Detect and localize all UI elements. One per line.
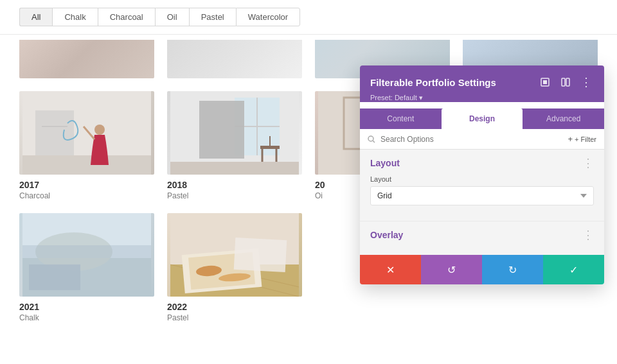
layout-section: Layout ⋮ Layout Grid Fullwidth Masonry bbox=[360, 150, 604, 221]
svg-rect-30 bbox=[22, 245, 151, 258]
panel-header-icons: ⋮ bbox=[537, 74, 594, 90]
panel-body: + Filter Layout ⋮ Layout Grid Fullwidth … bbox=[360, 129, 604, 284]
settings-panel: Filterable Portfolio Settings bbox=[360, 65, 604, 284]
filter-add-button[interactable]: + Filter bbox=[568, 134, 596, 144]
panel-resize-icon[interactable] bbox=[537, 74, 553, 90]
filter-tab-charcoal[interactable]: Charcoal bbox=[98, 8, 155, 26]
portfolio-category-6: Pastel bbox=[167, 313, 302, 322]
redo-button[interactable]: ↻ bbox=[482, 255, 543, 284]
filter-tab-chalk[interactable]: Chalk bbox=[52, 8, 97, 26]
layout-field-group: Layout Grid Fullwidth Masonry bbox=[370, 175, 594, 205]
portfolio-year-2: 2018 bbox=[167, 180, 302, 190]
overlay-section-title: Overlay bbox=[370, 230, 403, 240]
layout-section-title: Layout bbox=[370, 158, 400, 168]
svg-line-45 bbox=[373, 141, 375, 143]
partial-item-1 bbox=[19, 40, 154, 78]
portfolio-item-6[interactable]: 2022 Pastel bbox=[167, 213, 302, 322]
portfolio-item-5[interactable]: 2021 Chalk bbox=[19, 213, 154, 322]
svg-rect-41 bbox=[543, 80, 547, 84]
svg-rect-29 bbox=[29, 264, 80, 290]
save-button[interactable]: ✓ bbox=[543, 255, 604, 284]
filter-tab-watercolor[interactable]: Watercolor bbox=[236, 8, 300, 26]
portfolio-year-1: 2017 bbox=[19, 180, 154, 190]
tab-design[interactable]: Design bbox=[442, 108, 523, 129]
portfolio-category-2: Pastel bbox=[167, 191, 302, 200]
layout-section-header: Layout ⋮ bbox=[370, 157, 594, 169]
svg-rect-42 bbox=[562, 78, 565, 86]
svg-rect-15 bbox=[170, 162, 299, 175]
panel-header-top: Filterable Portfolio Settings bbox=[370, 74, 594, 90]
panel-more-icon[interactable]: ⋮ bbox=[578, 74, 594, 90]
tab-advanced[interactable]: Advanced bbox=[523, 108, 604, 129]
search-icon bbox=[368, 135, 375, 143]
svg-rect-43 bbox=[566, 78, 569, 86]
portfolio-category-5: Chalk bbox=[19, 313, 154, 322]
undo-button[interactable]: ↺ bbox=[421, 255, 482, 284]
layout-section-menu[interactable]: ⋮ bbox=[582, 157, 594, 169]
panel-split-icon[interactable] bbox=[558, 74, 573, 90]
svg-point-3 bbox=[94, 125, 105, 135]
layout-select[interactable]: Grid Fullwidth Masonry bbox=[370, 186, 594, 205]
panel-tabs: Content Design Advanced bbox=[360, 108, 604, 129]
svg-rect-2 bbox=[35, 110, 74, 155]
tab-content[interactable]: Content bbox=[360, 108, 442, 129]
filter-tab-pastel[interactable]: Pastel bbox=[189, 8, 236, 26]
overlay-section-header: Overlay ⋮ bbox=[370, 229, 594, 241]
svg-rect-1 bbox=[22, 155, 151, 175]
overlay-section: Overlay ⋮ bbox=[360, 221, 604, 255]
panel-search-bar: + Filter bbox=[360, 129, 604, 150]
portfolio-year-5: 2021 bbox=[19, 302, 154, 312]
search-options-input[interactable] bbox=[380, 135, 562, 144]
overlay-section-menu[interactable]: ⋮ bbox=[582, 229, 594, 241]
svg-rect-10 bbox=[199, 101, 244, 159]
svg-rect-39 bbox=[234, 238, 287, 272]
portfolio-year-6: 2022 bbox=[167, 302, 302, 312]
panel-title: Filterable Portfolio Settings bbox=[370, 77, 496, 88]
layout-field-label: Layout bbox=[370, 175, 594, 183]
portfolio-item-2[interactable]: 2018 Pastel bbox=[167, 91, 302, 200]
main-content: 2017 Charcoal bbox=[0, 40, 617, 335]
panel-preset: Preset: Default bbox=[370, 94, 594, 102]
svg-point-44 bbox=[368, 136, 373, 141]
cancel-button[interactable]: ✕ bbox=[360, 255, 421, 284]
panel-preset-label[interactable]: Preset: Default bbox=[370, 94, 423, 101]
filter-tab-oil[interactable]: Oil bbox=[155, 8, 189, 26]
panel-header: Filterable Portfolio Settings bbox=[360, 65, 604, 102]
portfolio-category-1: Charcoal bbox=[19, 191, 154, 200]
filter-tab-all[interactable]: All bbox=[19, 8, 52, 26]
partial-item-2 bbox=[167, 40, 302, 78]
filter-tabs-bar: All Chalk Charcoal Oil Pastel Watercolor bbox=[0, 0, 617, 35]
portfolio-item-1[interactable]: 2017 Charcoal bbox=[19, 91, 154, 200]
panel-actions: ✕ ↺ ↻ ✓ bbox=[360, 255, 604, 284]
